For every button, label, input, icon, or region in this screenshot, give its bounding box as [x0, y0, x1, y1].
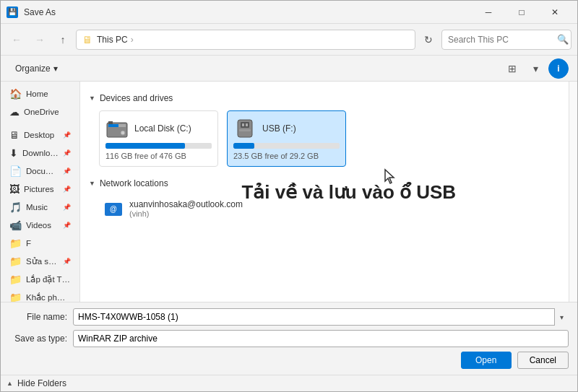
svg-rect-2: [108, 124, 118, 127]
organize-button[interactable]: Organize ▾: [9, 61, 64, 77]
svg-point-3: [121, 131, 125, 135]
desktop-icon: 🖥: [9, 129, 20, 141]
sidebar-item-pictures[interactable]: 🖼 Pictures 📌: [4, 180, 77, 198]
window-icon: 💾: [7, 6, 18, 18]
drive-c-name: Local Disk (C:): [134, 123, 191, 134]
drive-usb-f[interactable]: USB (F:) 23.5 GB free of 29.2 GB: [227, 110, 346, 167]
sidebar-sua-label: Sửa sản phẩm: [26, 256, 59, 266]
network-section-header: ▼ Network locations: [89, 178, 560, 188]
pin-icon-pic: 📌: [63, 186, 71, 193]
save-as-dialog: 💾 Save As ─ □ ✕ ← → ↑ 🖥 This PC › ↻ 🔍 Or…: [0, 0, 578, 392]
pin-icon-doc: 📌: [63, 167, 71, 175]
sidebar-item-f[interactable]: 📁 F: [4, 235, 77, 252]
view-dropdown-button[interactable]: ▾: [525, 58, 545, 79]
devices-arrow[interactable]: ▼: [89, 95, 95, 102]
drive-c-bar: [105, 143, 185, 149]
filename-dropdown-arrow[interactable]: ▾: [554, 308, 569, 326]
title-bar: 💾 Save As ─ □ ✕: [1, 1, 577, 24]
lapdat-icon: 📁: [9, 274, 22, 285]
sidebar-item-downloads[interactable]: ⬇ Downloads 📌: [4, 144, 77, 162]
network-item-outlook[interactable]: @ xuanvinhosaka@outlook.com (vinh): [99, 196, 560, 222]
search-input[interactable]: [441, 30, 571, 50]
network-section-title: Network locations: [100, 178, 168, 188]
svg-text:@: @: [110, 205, 117, 213]
sidebar-documents-label: Documents: [26, 167, 59, 175]
svg-rect-8: [246, 123, 248, 126]
drive-f-icon-wrap: [233, 117, 256, 140]
filetype-select-wrap: WinRAR ZIP archive: [73, 330, 569, 347]
search-button[interactable]: 🔍: [557, 34, 569, 45]
usb-drive-icon: [233, 117, 256, 140]
drive-c-free: 116 GB free of 476 GB: [105, 152, 212, 160]
minimize-button[interactable]: ─: [472, 1, 505, 24]
hide-folders-arrow: ▲: [7, 380, 13, 387]
pictures-icon: 🖼: [9, 183, 20, 195]
devices-section-header: ▼ Devices and drives: [89, 93, 560, 103]
documents-icon: 📄: [9, 165, 22, 177]
window-title: Save As: [24, 7, 472, 17]
filetype-select[interactable]: WinRAR ZIP archive: [73, 330, 569, 347]
drive-f-name: USB (F:): [262, 123, 296, 134]
sidebar-item-documents[interactable]: 📄 Documents 📌: [4, 162, 77, 180]
filename-input-wrap: ▾: [73, 308, 569, 326]
sidebar-item-khac[interactable]: 📁 Khắc phục bị m: [4, 289, 77, 302]
sidebar-item-videos[interactable]: 📹 Videos 📌: [4, 217, 77, 234]
sua-icon: 📁: [9, 256, 22, 267]
up-button[interactable]: ↑: [53, 30, 73, 50]
hide-folders-row[interactable]: ▲ Hide Folders: [1, 375, 577, 391]
filename-row: File name: ▾: [9, 308, 569, 326]
filename-input[interactable]: [73, 308, 569, 326]
maximize-button[interactable]: □: [505, 1, 538, 24]
sidebar-item-music[interactable]: 🎵 Music 📌: [4, 199, 77, 216]
drive-f-free: 23.5 GB free of 29.2 GB: [233, 152, 340, 160]
network-item-sub: (vinh): [129, 209, 243, 218]
network-item-name: xuanvinhosaka@outlook.com: [129, 199, 243, 209]
music-icon: 🎵: [9, 201, 22, 213]
filetype-row: Save as type: WinRAR ZIP archive: [9, 330, 569, 347]
network-items: @ xuanvinhosaka@outlook.com (vinh): [99, 196, 560, 222]
info-button[interactable]: i: [548, 58, 569, 79]
sidebar-videos-label: Videos: [26, 221, 51, 230]
network-arrow[interactable]: ▼: [89, 180, 95, 187]
sidebar-item-sua[interactable]: 📁 Sửa sản phẩm 📌: [4, 253, 77, 270]
content-panel: ▼ Devices and drives: [80, 82, 569, 302]
close-button[interactable]: ✕: [538, 1, 571, 24]
path-separator: ›: [131, 35, 134, 45]
view-button[interactable]: ⊞: [502, 58, 522, 79]
cancel-button[interactable]: Cancel: [517, 352, 569, 369]
drive-f-progress: [233, 143, 340, 149]
pin-icon-sua: 📌: [63, 258, 71, 265]
home-icon: 🏠: [9, 88, 22, 100]
open-button[interactable]: Open: [461, 352, 512, 369]
hide-folders-label: Hide Folders: [17, 378, 66, 388]
address-path[interactable]: 🖥 This PC ›: [76, 30, 415, 50]
sidebar-item-lapdat[interactable]: 📁 Lắp đặt T420: [4, 271, 77, 288]
sidebar-item-onedrive[interactable]: ☁ OneDrive: [4, 103, 77, 121]
devices-section-title: Devices and drives: [100, 93, 173, 103]
toolbar-right: ⊞ ▾ i: [502, 58, 569, 79]
sidebar-music-label: Music: [26, 203, 48, 212]
forward-button[interactable]: →: [30, 30, 50, 50]
svg-rect-9: [239, 129, 251, 131]
drive-c-header: Local Disk (C:): [105, 117, 212, 140]
svg-rect-4: [108, 121, 113, 124]
toolbar: Organize ▾ ⊞ ▾ i: [1, 56, 577, 82]
address-bar: ← → ↑ 🖥 This PC › ↻ 🔍: [1, 24, 577, 56]
drive-local-c[interactable]: Local Disk (C:) 116 GB free of 476 GB: [99, 110, 218, 167]
sidebar-lapdat-label: Lắp đặt T420: [26, 274, 71, 284]
sidebar-desktop-label: Desktop: [24, 131, 54, 139]
filetype-label: Save as type:: [9, 334, 67, 344]
organize-arrow: ▾: [53, 64, 58, 74]
sidebar-item-home[interactable]: 🏠 Home: [4, 85, 77, 103]
videos-icon: 📹: [9, 219, 22, 231]
back-button[interactable]: ←: [7, 30, 27, 50]
svg-rect-7: [242, 123, 244, 126]
hard-disk-icon: [105, 117, 129, 140]
sidebar: 🏠 Home ☁ OneDrive 🖥 Desktop 📌 ⬇ Download…: [1, 82, 80, 302]
f-icon: 📁: [9, 238, 22, 249]
filename-label: File name:: [9, 312, 67, 322]
sidebar-item-desktop[interactable]: 🖥 Desktop 📌: [4, 126, 77, 144]
svg-rect-6: [241, 122, 249, 128]
refresh-button[interactable]: ↻: [418, 30, 439, 50]
sidebar-f-label: F: [26, 239, 31, 248]
